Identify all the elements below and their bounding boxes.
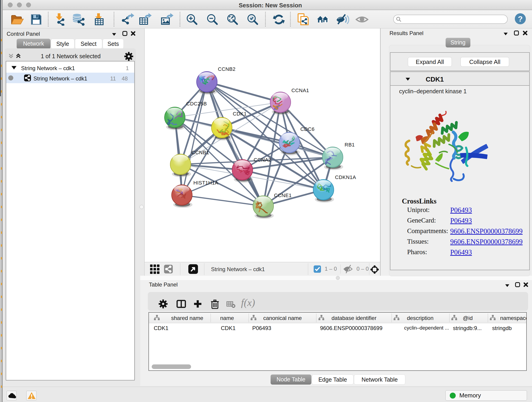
svg-text:CCNE1: CCNE1 [274, 192, 292, 198]
svg-text:RB1: RB1 [345, 142, 355, 148]
svg-text:CDC25B: CDC25B [186, 101, 207, 107]
svg-text:CCNA1: CCNA1 [291, 88, 309, 93]
svg-text:CCNB1: CCNB1 [191, 150, 209, 155]
svg-text:CDC6: CDC6 [300, 126, 315, 132]
svg-text:CDK1: CDK1 [233, 111, 247, 117]
svg-text:CDKN1A: CDKN1A [335, 174, 356, 180]
svg-text:HIST1H1A: HIST1H1A [193, 180, 218, 186]
svg-text:CCNA2: CCNA2 [254, 157, 271, 163]
svg-text:CCNB2: CCNB2 [218, 66, 235, 72]
